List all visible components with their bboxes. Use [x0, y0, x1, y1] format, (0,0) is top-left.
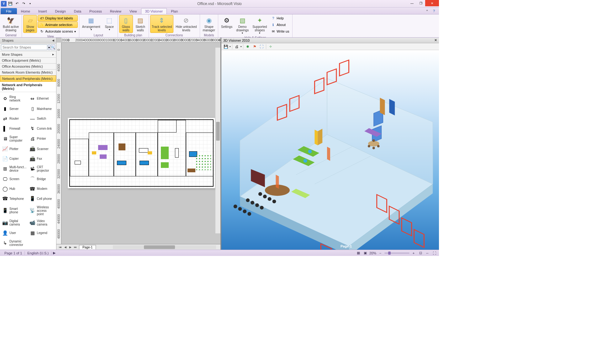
shape-item-ring-network[interactable]: ⭘Ring network [1, 93, 28, 104]
shape-item-modem[interactable]: ☎Modem [28, 184, 56, 194]
3d-close-icon[interactable]: ✕ [434, 38, 437, 42]
page-next-icon[interactable]: ▶ [68, 245, 73, 249]
shape-item-smart-phone[interactable]: 📱Smart phone [1, 204, 28, 217]
shapes-search-input[interactable] [1, 44, 47, 50]
tab-home[interactable]: Home [17, 8, 34, 14]
collapse-icon[interactable]: ◀ [52, 39, 54, 42]
shape-item-wireless-access-point[interactable]: 📡Wireless access point [28, 204, 56, 217]
category-office-accessories[interactable]: Office Accessories (Metric) [0, 64, 56, 70]
shape-item-router[interactable]: ⇄Router [1, 114, 28, 123]
about-link[interactable]: ℹAbout [269, 22, 291, 28]
settings-button[interactable]: ⚙ Settings [219, 15, 234, 29]
help-icon[interactable]: ? [431, 8, 437, 14]
qat-save-icon[interactable]: 💾 [7, 1, 13, 7]
3d-save-icon[interactable]: 💾 [223, 44, 229, 49]
view-fullscreen-icon[interactable]: ▣ [362, 251, 368, 256]
tab-review[interactable]: Review [106, 8, 125, 14]
qat-undo-icon[interactable]: ↶ [14, 1, 20, 7]
status-macro-icon[interactable]: ▶ [51, 251, 57, 256]
zoom-level[interactable]: 20% [369, 251, 376, 255]
3d-target-icon[interactable]: ✹ [245, 44, 251, 49]
page-tab-1[interactable]: Page-1 [79, 245, 96, 249]
tab-process[interactable]: Process [85, 8, 106, 14]
qat-customize-icon[interactable]: ▾ [27, 1, 33, 7]
shape-item-digital-camera[interactable]: 📷Digital camera [1, 218, 28, 228]
shape-item-super-computer[interactable]: 🖥Super computer [1, 133, 28, 144]
status-language[interactable]: English (U.S.) [25, 251, 51, 255]
shape-item-multi-funct-device[interactable]: ⊞Multi-funct... device [1, 164, 28, 174]
shape-item-fax[interactable]: 📠Fax [28, 154, 56, 164]
shape-item-switch[interactable]: —Switch [28, 114, 56, 123]
tab-3d-visioner[interactable]: 3D Visioner [141, 8, 167, 14]
help-link[interactable]: ?Help [269, 15, 291, 21]
3d-flag-icon[interactable]: ⚑ [251, 44, 258, 49]
app-menu[interactable]: V [1, 1, 7, 7]
shape-item-bridge[interactable]: ⌒Bridge [28, 174, 56, 184]
search-icon[interactable]: 🔍 [51, 44, 55, 50]
3d-print-icon[interactable]: 🖨 [234, 44, 240, 49]
close-button[interactable]: ✕ [425, 0, 439, 6]
write-us-link[interactable]: ✉Write us [269, 28, 291, 34]
shape-item-plotter[interactable]: 📈Plotter [1, 144, 28, 153]
show-pages-button[interactable]: ▱ Show pages [23, 15, 37, 33]
shape-item-crt-projector[interactable]: 📽CRT projector [28, 164, 56, 174]
glass-walls-button[interactable]: ▯ Glass walls [119, 15, 133, 33]
shape-item-hub[interactable]: ◯Hub [1, 184, 28, 194]
restore-button[interactable]: ❐ [416, 0, 425, 6]
shape-manager-button[interactable]: ◉ Shape manager [201, 15, 217, 33]
demo-drawings-button[interactable]: ▧ Demo drawings▾ [235, 15, 250, 36]
minimize-button[interactable]: — [408, 0, 416, 6]
supported-shapes-button[interactable]: ✦ Supported shapes▾ [251, 15, 268, 36]
3d-expand-icon[interactable]: ⛶ [258, 44, 265, 49]
zoom-slider[interactable] [384, 252, 409, 254]
fit-page-icon[interactable]: ⊡ [418, 251, 423, 256]
search-dropdown-icon[interactable]: ▾ [48, 44, 50, 50]
category-network-room[interactable]: Network Room Elements (Metric) [0, 70, 56, 75]
category-network-peripherals[interactable]: Network and Peripherals (Metric) [0, 75, 56, 82]
drawing-surface[interactable] [61, 43, 220, 244]
shape-item-dynamic-connector[interactable]: ↳Dynamic connector [1, 238, 28, 248]
shape-item-cell-phone[interactable]: 📱Cell phone [28, 194, 56, 204]
3d-viewport[interactable]: Page-1 [221, 50, 439, 250]
shape-item-server[interactable]: ▮Server [1, 104, 28, 113]
shape-item-telephone[interactable]: ☎Telephone [1, 194, 28, 204]
tab-plan[interactable]: Plan [167, 8, 182, 14]
tab-insert[interactable]: Insert [34, 8, 51, 14]
page-first-icon[interactable]: ⏮ [58, 245, 63, 249]
category-office-equipment[interactable]: Office Equipment (Metric) [0, 58, 56, 64]
autorotate-scenes-button[interactable]: ↻Autorotate scenes ▾ [38, 28, 78, 34]
space-button[interactable]: ⬚ Space▾ [103, 15, 116, 32]
pan-zoom-icon[interactable]: ⛶ [431, 251, 437, 256]
page-last-icon[interactable]: ⏭ [73, 245, 78, 249]
shape-item-scanner[interactable]: 📠Scanner [28, 144, 56, 153]
fit-width-icon[interactable]: ↔ [425, 251, 430, 256]
tab-file[interactable]: File [1, 8, 17, 14]
tab-data[interactable]: Data [70, 8, 85, 14]
shape-item-screen[interactable]: 🖵Screen [1, 174, 28, 184]
sketch-walls-button[interactable]: ▨ Sketch walls [134, 15, 147, 33]
horizontal-scrollbar[interactable] [108, 245, 220, 250]
page-prev-icon[interactable]: ◀ [63, 245, 68, 249]
vertical-scrollbar[interactable] [215, 48, 220, 233]
shape-item-ethernet[interactable]: ⇔Ethernet [28, 93, 56, 104]
display-text-labels-button[interactable]: 🏷Display text labels [38, 15, 78, 21]
shape-item-comm-link[interactable]: ↯Comm-link [28, 123, 56, 133]
shape-item-user[interactable]: 👤User [1, 228, 28, 238]
hide-untracked-levels-button[interactable]: ⊘ Hide untracked levels [174, 15, 198, 33]
tab-design[interactable]: Design [51, 8, 70, 14]
3d-marker-icon[interactable]: ✧ [267, 44, 274, 49]
qat-redo-icon[interactable]: ↷ [20, 1, 27, 7]
view-normal-icon[interactable]: ▦ [356, 251, 361, 256]
build-active-drawing-button[interactable]: 🦅 Build active drawing [1, 15, 20, 33]
shape-item-printer[interactable]: 🖨Printer [28, 133, 56, 144]
shape-item-mainframe[interactable]: ▯Mainframe [28, 104, 56, 113]
shape-item-copier[interactable]: 📄Copier [1, 154, 28, 164]
shape-item-video-camera[interactable]: 📹Video camera [28, 218, 56, 228]
tab-view[interactable]: View [125, 8, 141, 14]
zoom-out-icon[interactable]: − [378, 251, 383, 256]
arrangement-button[interactable]: ▦ Arrangement▾ [81, 15, 102, 32]
more-shapes-row[interactable]: More Shapes▸ [0, 51, 56, 58]
shape-item-legend[interactable]: ▦Legend [28, 228, 56, 238]
drawing-page[interactable] [68, 118, 215, 188]
shape-item-firewall[interactable]: ▌Firewall [1, 123, 28, 133]
